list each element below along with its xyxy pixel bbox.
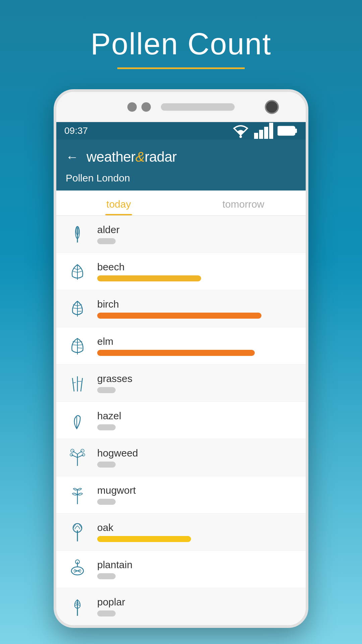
pollen-item[interactable]: beech <box>56 253 306 290</box>
pollen-name-alder: alder <box>97 224 296 235</box>
svg-line-13 <box>73 268 77 270</box>
svg-line-14 <box>73 271 77 272</box>
pollen-name-elm: elm <box>97 336 296 347</box>
pollen-icon-oak <box>66 520 89 544</box>
pollen-name-beech: beech <box>97 261 296 273</box>
app-header: ← weather&radar <box>56 140 306 172</box>
battery-icon <box>278 121 298 141</box>
pollen-icon-hogweed <box>66 446 89 469</box>
svg-rect-1 <box>254 133 258 139</box>
pollen-bar-poplar <box>97 610 116 616</box>
svg-line-11 <box>77 268 81 270</box>
phone-dots <box>127 102 151 112</box>
pollen-icon-grasses <box>66 371 89 395</box>
tab-tomorrow[interactable]: tomorrow <box>181 191 306 215</box>
pollen-name-hazel: hazel <box>97 410 296 422</box>
pollen-icon-hazel <box>66 409 89 432</box>
status-icons <box>231 121 298 141</box>
phone-top <box>56 92 306 122</box>
svg-line-24 <box>77 348 82 348</box>
location-text: Pollen London <box>66 172 130 183</box>
pollen-name-grasses: grasses <box>97 373 296 384</box>
phone-camera <box>265 100 279 114</box>
pollen-bar-container-plantain <box>97 573 296 579</box>
svg-point-0 <box>239 136 242 138</box>
back-button[interactable]: ← <box>66 151 78 163</box>
pollen-item[interactable]: hazel <box>56 402 306 439</box>
pollen-bar-container-alder <box>97 238 296 244</box>
svg-line-17 <box>77 308 82 309</box>
app-logo: weather&radar <box>86 149 177 165</box>
status-bar: 09:37 <box>56 122 306 140</box>
pollen-bar-elm <box>97 350 255 356</box>
svg-rect-5 <box>278 126 295 135</box>
tab-bar: today tomorrow <box>56 191 306 216</box>
svg-line-36 <box>71 455 77 458</box>
pollen-bar-birch <box>97 313 261 319</box>
svg-rect-3 <box>264 127 268 139</box>
svg-line-20 <box>73 308 77 309</box>
pollen-icon-poplar <box>66 595 89 618</box>
pollen-item[interactable]: mugwort <box>56 476 306 514</box>
pollen-item[interactable]: plantain <box>56 551 306 588</box>
pollen-icon-beech <box>66 260 89 283</box>
pollen-bar-oak <box>97 536 191 542</box>
pollen-name-mugwort: mugwort <box>97 485 296 496</box>
pollen-bar-container-mugwort <box>97 499 296 505</box>
pollen-icon-elm <box>66 334 89 358</box>
location-bar: Pollen London <box>56 172 306 191</box>
svg-line-27 <box>72 378 74 391</box>
pollen-name-oak: oak <box>97 522 296 533</box>
pollen-icon-birch <box>66 297 89 320</box>
pollen-bar-beech <box>97 275 201 281</box>
signal-icon <box>254 121 274 141</box>
pollen-bar-plantain <box>97 573 116 579</box>
pollen-item[interactable]: birch <box>56 290 306 327</box>
pollen-name-poplar: poplar <box>97 596 296 608</box>
svg-line-12 <box>77 271 82 272</box>
pollen-bar-hogweed <box>97 462 116 468</box>
svg-line-29 <box>81 378 82 391</box>
phone-speaker <box>161 103 235 111</box>
pollen-icon-alder <box>66 222 89 246</box>
pollen-icon-plantain <box>66 557 89 581</box>
pollen-bar-alder <box>97 238 116 244</box>
pollen-item[interactable]: grasses <box>56 365 306 402</box>
pollen-bar-container-hogweed <box>97 462 296 468</box>
pollen-item[interactable]: alder <box>56 216 306 253</box>
svg-line-37 <box>77 455 83 458</box>
logo-text-after: radar <box>144 149 177 165</box>
pollen-icon-mugwort <box>66 483 89 506</box>
pollen-name-plantain: plantain <box>97 559 296 571</box>
svg-rect-4 <box>269 123 273 139</box>
pollen-bar-container-grasses <box>97 387 296 393</box>
pollen-bar-container-beech <box>97 275 296 281</box>
status-time: 09:37 <box>64 125 88 136</box>
page-title: Pollen Count <box>90 27 271 61</box>
phone-dot-1 <box>127 102 137 112</box>
pollen-bar-container-elm <box>97 350 296 356</box>
svg-rect-2 <box>259 130 263 139</box>
pollen-bar-container-hazel <box>97 424 296 430</box>
phone-shell: 09:37 ← weather&radar <box>54 89 308 628</box>
pollen-bar-grasses <box>97 387 116 393</box>
pollen-item[interactable]: elm <box>56 327 306 365</box>
wifi-icon <box>231 121 251 141</box>
pollen-bar-container-birch <box>97 313 296 319</box>
pollen-list: alder beech birch elm grasses hazel <box>56 216 306 625</box>
pollen-bar-hazel <box>97 424 116 430</box>
svg-line-26 <box>72 345 77 345</box>
pollen-item[interactable]: hogweed <box>56 439 306 476</box>
pollen-item[interactable]: oak <box>56 514 306 551</box>
pollen-bar-container-oak <box>97 536 296 542</box>
svg-rect-6 <box>295 129 297 133</box>
pollen-item[interactable]: poplar <box>56 588 306 625</box>
logo-ampersand: & <box>135 149 145 165</box>
logo-text-before: weather <box>86 149 135 165</box>
pollen-bar-mugwort <box>97 499 116 505</box>
pollen-bar-container-poplar <box>97 610 296 616</box>
page-title-section: Pollen Count <box>90 27 271 69</box>
phone-dot-2 <box>141 102 151 112</box>
pollen-name-birch: birch <box>97 299 296 310</box>
tab-today[interactable]: today <box>56 191 181 215</box>
